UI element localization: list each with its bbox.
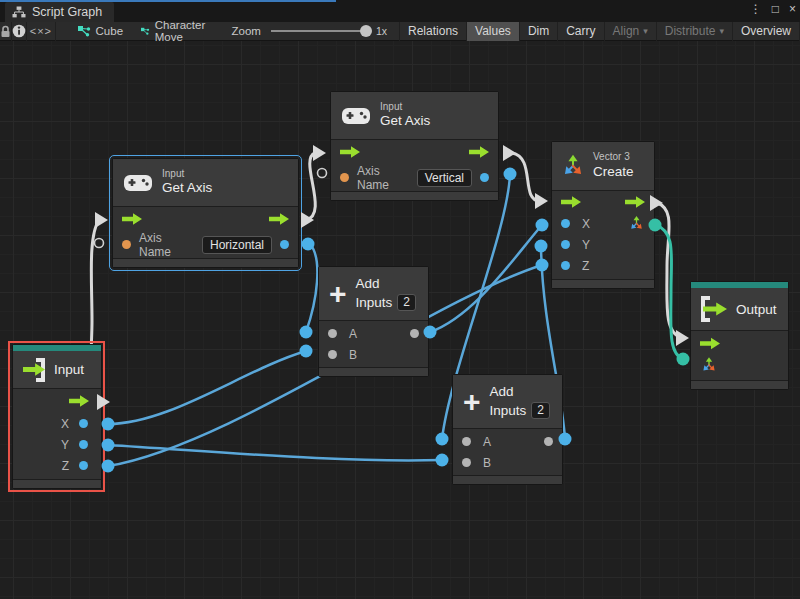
- wire-flow-getaxis-h-to-getaxis-v[interactable]: [306, 153, 315, 220]
- vector3-icon: [560, 153, 586, 179]
- graph-canvas[interactable]: Input X Y Z: [0, 41, 800, 599]
- axis-name-port[interactable]: [340, 173, 349, 182]
- breadcrumb-label: Cube: [96, 25, 124, 37]
- port-y-output[interactable]: [79, 440, 88, 449]
- maximize-icon[interactable]: □: [772, 2, 779, 16]
- output-event-icon: [701, 296, 727, 322]
- node-footer: [13, 479, 101, 488]
- flow-in-arrow[interactable]: [122, 213, 142, 226]
- node-header[interactable]: Output: [691, 288, 788, 331]
- wire-input-x-to-add1-b[interactable]: [108, 351, 306, 424]
- relations-button[interactable]: Relations: [400, 22, 467, 41]
- sum-output-port[interactable]: [544, 437, 553, 446]
- node-category: Input: [162, 168, 212, 181]
- port-label: Axis Name: [357, 164, 409, 192]
- lock-button[interactable]: [0, 22, 12, 41]
- port-label: A: [483, 435, 491, 449]
- tab-script-graph[interactable]: Script Graph: [5, 2, 114, 22]
- node-input-event[interactable]: Input X Y Z: [12, 344, 102, 489]
- port-x-output[interactable]: [79, 419, 88, 428]
- sum-output-port[interactable]: [410, 329, 419, 338]
- vector3-input-port[interactable]: [700, 356, 718, 374]
- flow-out-arrow[interactable]: [625, 196, 645, 209]
- flow-out-arrow[interactable]: [269, 213, 289, 226]
- port-b-input[interactable]: [462, 458, 471, 467]
- dim-button[interactable]: Dim: [520, 22, 558, 41]
- node-title: Create: [593, 164, 634, 181]
- distribute-dropdown[interactable]: Distribute ▾: [657, 22, 733, 41]
- node-vector3-create[interactable]: Vector 3 Create X Y: [551, 141, 655, 289]
- port-row-z: Z: [552, 255, 654, 276]
- node-footer: [319, 367, 428, 376]
- inputs-count-field[interactable]: 2: [531, 402, 550, 419]
- chevron-down-icon: ▾: [643, 26, 648, 36]
- node-get-axis-vertical[interactable]: Input Get Axis Axis Name Vertical: [330, 91, 499, 201]
- port-y-input[interactable]: [561, 240, 570, 249]
- input-event-icon: [23, 358, 45, 382]
- zoom-slider-handle[interactable]: [360, 25, 372, 37]
- zoom-slider[interactable]: [271, 30, 367, 32]
- port-a-input[interactable]: [328, 329, 337, 338]
- breadcrumb-label: Character Move: [155, 19, 210, 43]
- node-header[interactable]: + Add Inputs 2: [319, 267, 428, 321]
- flow-row: [331, 140, 498, 164]
- vector3-output-port[interactable]: [628, 215, 645, 232]
- axis-name-port[interactable]: [122, 240, 131, 249]
- overview-button[interactable]: Overview: [733, 22, 800, 41]
- flow-out-row: [13, 389, 101, 413]
- graph-node-icon: [141, 26, 150, 37]
- node-add-1[interactable]: + Add Inputs 2 A B: [318, 266, 429, 377]
- flow-in-arrow[interactable]: [561, 196, 581, 209]
- node-get-axis-horizontal[interactable]: Input Get Axis Axis Name Horizontal: [112, 158, 299, 268]
- node-header[interactable]: Input Get Axis: [113, 159, 298, 207]
- port-label: Z: [582, 259, 589, 273]
- port-row-a: A: [319, 323, 428, 344]
- flow-row: [113, 207, 298, 231]
- flow-in-arrow[interactable]: [700, 337, 720, 350]
- node-header[interactable]: Input: [13, 351, 101, 389]
- node-output-event[interactable]: Output: [690, 281, 789, 390]
- node-add-2[interactable]: + Add Inputs 2 A B: [452, 374, 563, 485]
- flow-out-arrow[interactable]: [69, 395, 89, 408]
- inputs-count-field[interactable]: 2: [397, 294, 416, 311]
- node-footer: [453, 475, 562, 484]
- wire-flow-getaxis-v-to-vector3[interactable]: [512, 153, 540, 201]
- port-x-input[interactable]: [561, 219, 570, 228]
- breadcrumb-cube[interactable]: Cube: [78, 25, 124, 37]
- tab-title: Script Graph: [32, 5, 102, 19]
- node-title: Add: [490, 384, 550, 401]
- node-header[interactable]: Vector 3 Create: [552, 142, 654, 191]
- port-z-input[interactable]: [561, 261, 570, 270]
- code-view-button[interactable]: <×>: [27, 22, 55, 41]
- result-port[interactable]: [480, 173, 489, 182]
- result-port[interactable]: [280, 240, 289, 249]
- align-dropdown[interactable]: Align ▾: [605, 22, 657, 41]
- inspect-button[interactable]: [12, 22, 27, 41]
- wire-getaxis-h-to-add1-a[interactable]: [306, 244, 317, 332]
- axis-name-row: Axis Name Horizontal: [113, 231, 298, 258]
- axis-name-field[interactable]: Horizontal: [202, 236, 272, 254]
- values-button[interactable]: Values: [467, 22, 520, 41]
- gamepad-icon: [123, 173, 153, 193]
- port-b-input[interactable]: [328, 350, 337, 359]
- port-row-z: Z: [13, 455, 101, 476]
- close-icon[interactable]: ×: [789, 2, 796, 16]
- breadcrumb-character-move[interactable]: Character Move: [141, 19, 210, 43]
- inputs-label: Inputs: [356, 295, 393, 312]
- carry-button[interactable]: Carry: [558, 22, 604, 41]
- node-category: Vector 3: [593, 151, 634, 164]
- port-label: A: [349, 327, 357, 341]
- flow-in-arrow[interactable]: [340, 146, 360, 159]
- hierarchy-icon: [12, 6, 26, 18]
- port-a-input[interactable]: [462, 437, 471, 446]
- port-label: Y: [61, 438, 69, 452]
- port-label: Y: [582, 238, 590, 252]
- flow-out-arrow[interactable]: [469, 146, 489, 159]
- node-header[interactable]: Input Get Axis: [331, 92, 498, 140]
- port-z-output[interactable]: [79, 461, 88, 470]
- port-row-x: X: [552, 213, 654, 234]
- axis-name-field[interactable]: Vertical: [417, 169, 472, 187]
- node-header[interactable]: + Add Inputs 2: [453, 375, 562, 429]
- menu-icon[interactable]: ⋮: [750, 2, 762, 16]
- script-graph-window: Script Graph ⋮ □ × <×>: [0, 0, 800, 599]
